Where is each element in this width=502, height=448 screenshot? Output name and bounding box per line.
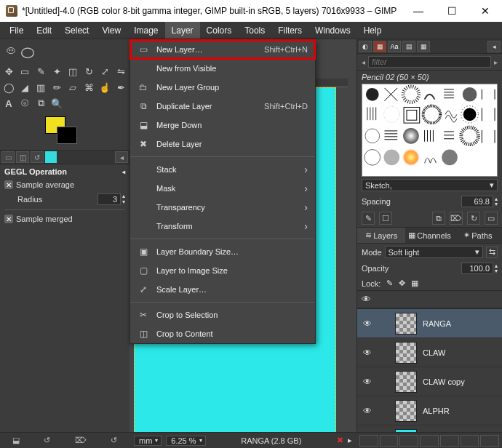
lock-alpha-icon[interactable]: ▦ xyxy=(411,279,418,288)
crop-tool[interactable]: ◫ xyxy=(65,64,80,79)
filter-clear-button[interactable]: ◂ xyxy=(362,58,365,66)
radius-spinner[interactable]: ▴▾ xyxy=(122,193,125,205)
rect-select-tool[interactable]: ▭ xyxy=(17,64,32,79)
dock-menu-button[interactable]: ◂ xyxy=(115,151,128,163)
eye-icon[interactable]: 👁 xyxy=(362,377,373,387)
refresh-brush-button[interactable]: ↻ xyxy=(467,212,480,225)
brushes-menu-button[interactable]: ◂ xyxy=(487,41,501,52)
menu-scale-layer[interactable]: ⤢Scale Layer… xyxy=(130,280,315,299)
sample-average-row[interactable]: ✕ Sample average xyxy=(4,180,125,189)
eraser-tool[interactable]: ▱ xyxy=(65,80,80,95)
lock-position-icon[interactable]: ✥ xyxy=(399,279,405,288)
maximize-button[interactable]: ☐ xyxy=(435,0,469,22)
minimize-button[interactable]: — xyxy=(402,0,435,22)
close-icon[interactable]: ✕ xyxy=(4,215,13,223)
brushes-tab[interactable]: ◐ xyxy=(359,41,372,52)
spacing-spinner[interactable]: ▴▾ xyxy=(495,196,498,207)
menu-image[interactable]: Image xyxy=(127,22,164,39)
layer-anchor-button[interactable] xyxy=(461,435,479,447)
zoom-tool[interactable]: 🔍 xyxy=(49,96,64,111)
color-picker-tool[interactable]: ⦾ xyxy=(17,96,32,111)
delete-brush-button[interactable]: ⌦ xyxy=(450,212,463,225)
menu-new-layer-group[interactable]: 🗀 New Layer Group xyxy=(130,78,315,97)
scale-tool[interactable]: ⤢ xyxy=(97,64,112,79)
path-tool[interactable]: ✒ xyxy=(113,80,128,95)
menu-transparency[interactable]: Transparency› xyxy=(130,198,315,217)
layers-tab[interactable]: ≋Layers xyxy=(357,228,405,243)
undo-history-tab[interactable]: ↺ xyxy=(31,151,44,163)
revert-icon[interactable]: ↺ xyxy=(44,436,50,445)
save-icon[interactable]: ⬓ xyxy=(12,436,20,445)
eye-icon[interactable]: 👁 xyxy=(362,348,373,358)
menu-help[interactable]: Help xyxy=(357,22,389,39)
brush-preset-select[interactable]: Sketch,▾ xyxy=(362,179,498,191)
layer-row[interactable]: 👁 RANGA xyxy=(357,309,502,338)
menu-edit[interactable]: Edit xyxy=(30,22,58,39)
menu-layer[interactable]: Layer xyxy=(165,22,200,39)
sample-merged-row[interactable]: ✕ Sample merged xyxy=(4,215,125,223)
delete-icon[interactable]: ⌦ xyxy=(75,436,87,445)
layer-group-button[interactable] xyxy=(380,435,399,447)
color-swatches[interactable] xyxy=(0,113,130,150)
pencil-tool[interactable]: ✏ xyxy=(49,80,64,95)
paths-tab[interactable]: ✴Paths xyxy=(454,228,502,243)
reset-icon[interactable]: ↺ xyxy=(111,436,117,445)
menu-tools[interactable]: Tools xyxy=(238,22,271,39)
new-brush-button[interactable]: ☐ xyxy=(379,212,392,225)
menu-merge-down[interactable]: ⬓ Merge Down xyxy=(130,116,315,135)
layer-row[interactable]: 👁 CLAW xyxy=(357,338,502,367)
text-tool[interactable]: A xyxy=(1,96,16,111)
layer-row[interactable]: 👁 CLAW copy xyxy=(357,367,502,396)
close-icon[interactable]: ✕ xyxy=(4,180,13,189)
open-as-image-button[interactable]: ▭ xyxy=(485,212,498,225)
flip-tool[interactable]: ⇋ xyxy=(113,64,128,79)
menu-to-image-size[interactable]: ▢Layer to Image Size xyxy=(130,261,315,280)
panel-menu-button[interactable]: ◂ xyxy=(122,169,125,175)
clone-tool[interactable]: ⌘ xyxy=(81,80,96,95)
unit-select[interactable]: mm▾ xyxy=(134,436,162,446)
channels-tab[interactable]: ▦Channels xyxy=(405,228,453,243)
mode-switch-button[interactable]: ⇆ xyxy=(486,247,498,258)
gradients-tab[interactable]: ▤ xyxy=(402,41,415,52)
device-status-tab[interactable]: ◫ xyxy=(16,151,29,163)
tool-options-tab[interactable]: ▭ xyxy=(1,151,15,163)
filter-more-button[interactable]: ▸ xyxy=(494,58,498,66)
close-button[interactable]: ✕ xyxy=(469,0,502,22)
duplicate-brush-button[interactable]: ⧉ xyxy=(432,212,445,225)
smudge-tool[interactable]: ☝ xyxy=(97,80,112,95)
patterns-tab[interactable]: ▦ xyxy=(373,41,386,52)
menu-crop-content[interactable]: ◫Crop to Content xyxy=(130,324,315,343)
layer-row[interactable]: 👁 xyxy=(357,425,502,432)
rotate-tool[interactable]: ↻ xyxy=(81,64,96,79)
eye-icon[interactable]: 👁 xyxy=(362,319,373,329)
images-tab[interactable] xyxy=(45,151,57,163)
layer-row[interactable]: 👁 ALPHR xyxy=(357,396,502,425)
edit-brush-button[interactable]: ✎ xyxy=(362,212,375,225)
opacity-spinner[interactable]: ▴▾ xyxy=(495,263,498,273)
menu-colors[interactable]: Colors xyxy=(200,22,239,39)
move-tool[interactable]: ✥ xyxy=(1,64,16,79)
nav-button[interactable]: ▸ xyxy=(348,436,352,445)
menu-stack[interactable]: Stack› xyxy=(130,160,315,179)
menu-new-from-visible[interactable]: New from Visible xyxy=(130,59,315,78)
menu-view[interactable]: View xyxy=(95,22,127,39)
layer-down-button[interactable] xyxy=(420,435,439,447)
layer-up-button[interactable] xyxy=(399,435,418,447)
radius-input[interactable]: 3 xyxy=(97,193,121,205)
layer-new-button[interactable] xyxy=(359,435,378,447)
ellipse-tool[interactable]: ◯ xyxy=(1,80,16,95)
menu-crop-selection[interactable]: ✂Crop to Selection xyxy=(130,305,315,324)
menu-filters[interactable]: Filters xyxy=(271,22,308,39)
menu-duplicate-layer[interactable]: ⧉ Duplicate Layer Shift+Ctrl+D xyxy=(130,97,315,116)
mode-select[interactable]: Soft light▾ xyxy=(385,246,483,258)
menu-delete-layer[interactable]: ✖ Delete Layer xyxy=(130,135,315,153)
palettes-tab[interactable]: ▦ xyxy=(417,41,430,52)
menu-windows[interactable]: Windows xyxy=(308,22,357,39)
fonts-tab[interactable]: Aa xyxy=(388,41,401,52)
menu-transform[interactable]: Transform› xyxy=(130,217,315,236)
cancel-icon[interactable]: ✖ xyxy=(337,436,343,445)
measure-tool[interactable]: ⧉ xyxy=(33,96,48,111)
spacing-input[interactable]: 69.8 xyxy=(461,196,493,207)
menu-boundary-size[interactable]: ▣Layer Boundary Size… xyxy=(130,242,315,261)
bucket-tool[interactable]: ◢ xyxy=(17,80,32,95)
